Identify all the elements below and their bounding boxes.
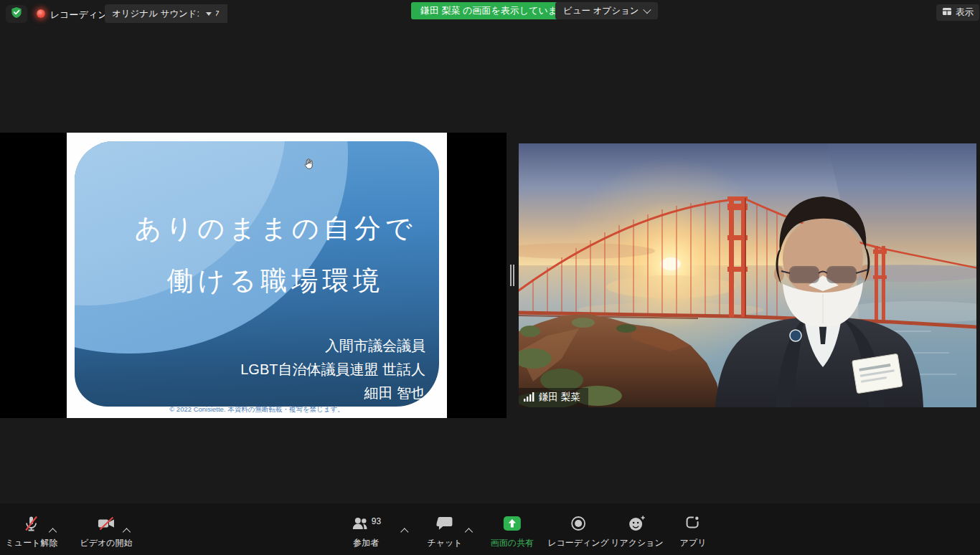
recording-indicator-icon bbox=[37, 9, 45, 18]
screen-share-banner: 鎌田 梨菜 の画面を表示しています bbox=[411, 2, 576, 19]
view-options-label: ビュー オプション bbox=[563, 2, 639, 19]
participant-name: 鎌田 梨菜 bbox=[539, 391, 580, 404]
video-options-chevron[interactable] bbox=[123, 525, 129, 538]
microphone-muted-icon bbox=[23, 515, 40, 535]
apps-button[interactable]: アプリ bbox=[680, 515, 707, 549]
copyright-text: © 2022 Conisiette. 本資料の無断転載・複写を禁じます。 bbox=[67, 405, 447, 414]
smiley-plus-icon bbox=[628, 515, 646, 535]
participants-button[interactable]: 93 参加者 bbox=[351, 515, 381, 549]
recording-button[interactable]: レコーディング bbox=[547, 515, 609, 549]
slide-title-line1: ありのままの自分で bbox=[104, 211, 447, 247]
camera-off-icon bbox=[97, 515, 116, 535]
top-bar: レコーディング中 オリジナル サウンド: オフ 鎌田 梨菜 の画面を表示していま… bbox=[0, 0, 980, 26]
participants-icon bbox=[351, 515, 369, 535]
chevron-down-icon bbox=[643, 6, 651, 14]
participants-options-chevron[interactable] bbox=[402, 525, 407, 538]
view-button-label: 表示 bbox=[956, 6, 974, 19]
view-grid-icon bbox=[942, 7, 952, 18]
participants-count-badge: 93 bbox=[372, 516, 381, 526]
security-shield-button[interactable] bbox=[6, 5, 27, 23]
hand-cursor-icon bbox=[303, 158, 313, 172]
shield-check-icon bbox=[11, 6, 22, 22]
bottom-toolbar: ミュート解除 ビデオの開始 93 参加者 bbox=[0, 503, 980, 555]
view-options-button[interactable]: ビュー オプション bbox=[555, 2, 658, 19]
share-screen-icon bbox=[503, 516, 522, 534]
chat-button[interactable]: チャット bbox=[427, 515, 462, 549]
record-circle-icon bbox=[570, 515, 587, 535]
chat-options-chevron[interactable] bbox=[466, 525, 471, 538]
chat-bubble-icon bbox=[436, 516, 453, 535]
participant-name-tag: 鎌田 梨菜 bbox=[519, 388, 588, 407]
slide-title: ありのままの自分で 働ける職場環境 bbox=[67, 211, 447, 299]
unmute-options-chevron[interactable] bbox=[50, 525, 56, 538]
reactions-button[interactable]: リアクション bbox=[611, 515, 664, 549]
unmute-button[interactable]: ミュート解除 bbox=[6, 515, 58, 549]
shared-screen-area: ありのままの自分で 働ける職場環境 入間市議会議員 LGBT自治体議員連盟 世話… bbox=[0, 133, 507, 418]
presenter-info: 入間市議会議員 LGBT自治体議員連盟 世話人 細田 智也 bbox=[240, 334, 425, 405]
virtual-background-golden-gate bbox=[519, 143, 976, 407]
original-sound-caret-button[interactable] bbox=[202, 4, 216, 23]
panel-resize-handle[interactable] bbox=[509, 265, 516, 286]
caret-down-icon bbox=[206, 12, 212, 16]
share-screen-button[interactable]: 画面の共有 bbox=[491, 515, 534, 549]
start-video-button[interactable]: ビデオの開始 bbox=[80, 515, 132, 549]
apps-icon bbox=[684, 515, 702, 535]
presentation-slide: ありのままの自分で 働ける職場環境 入間市議会議員 LGBT自治体議員連盟 世話… bbox=[67, 133, 447, 418]
participant-video-tile: 鎌田 梨菜 bbox=[519, 143, 976, 407]
network-signal-icon bbox=[524, 392, 534, 404]
zoom-meeting-window: レコーディング中 オリジナル サウンド: オフ 鎌田 梨菜 の画面を表示していま… bbox=[0, 0, 980, 555]
view-button[interactable]: 表示 bbox=[936, 4, 979, 21]
slide-title-line2: 働ける職場環境 bbox=[104, 263, 447, 299]
